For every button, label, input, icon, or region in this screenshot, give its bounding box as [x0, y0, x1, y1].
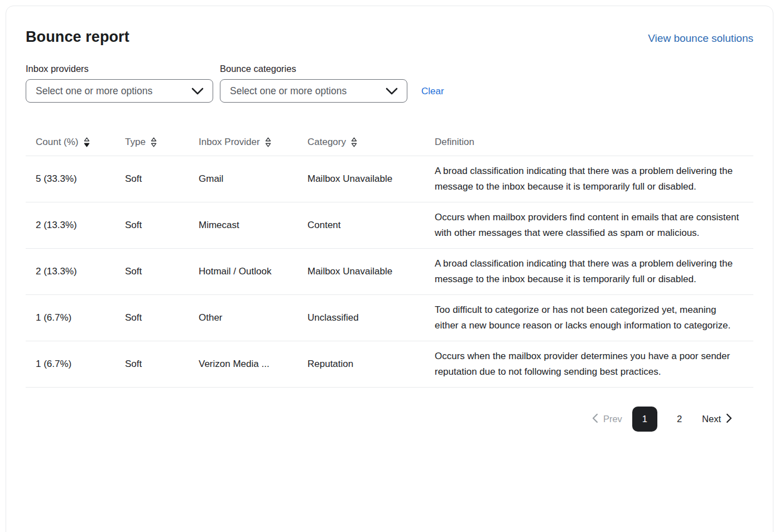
inbox-providers-placeholder: Select one or more options — [36, 85, 152, 97]
filters-bar: Inbox providers Select one or more optio… — [26, 64, 753, 103]
cell-definition: Occurs when the mailbox provider determi… — [425, 341, 753, 388]
column-label: Count (%) — [36, 137, 79, 148]
cell-category: Mailbox Unavailable — [297, 156, 425, 202]
column-header-count: Count (%) — [26, 133, 115, 156]
cell-definition: A broad classification indicating that t… — [425, 249, 753, 295]
cell-count: 2 (13.3%) — [26, 202, 115, 249]
next-label: Next — [702, 414, 721, 424]
bounce-table: Count (%) Type — [26, 133, 753, 388]
column-label: Inbox Provider — [199, 137, 260, 148]
sort-control-type[interactable]: Type — [125, 137, 157, 148]
chevron-right-icon — [726, 413, 732, 425]
pagination: Prev 1 2 Next — [26, 407, 732, 432]
column-header-type: Type — [115, 133, 189, 156]
cell-inbox-provider: Hotmail / Outlook — [189, 249, 297, 295]
cell-type: Soft — [115, 249, 189, 295]
sort-icon — [351, 137, 357, 147]
cell-definition: A broad classification indicating that t… — [425, 156, 753, 202]
cell-count: 2 (13.3%) — [26, 249, 115, 295]
cell-inbox-provider: Gmail — [189, 156, 297, 202]
table-row: 5 (33.3%) Soft Gmail Mailbox Unavailable… — [26, 156, 753, 202]
prev-page-button[interactable]: Prev — [592, 413, 622, 425]
bounce-categories-placeholder: Select one or more options — [230, 85, 347, 97]
cell-count: 1 (6.7%) — [26, 341, 115, 388]
page-button-2[interactable]: 2 — [672, 409, 686, 429]
clear-filters-link[interactable]: Clear — [421, 86, 444, 97]
cell-type: Soft — [115, 341, 189, 388]
next-page-button[interactable]: Next — [702, 413, 732, 425]
cell-definition: Too difficult to categorize or has not b… — [425, 295, 753, 341]
bounce-categories-label: Bounce categories — [220, 64, 407, 74]
table-row: 2 (13.3%) Soft Hotmail / Outlook Mailbox… — [26, 249, 753, 295]
column-header-category: Category — [297, 133, 425, 156]
bounce-categories-filter: Bounce categories Select one or more opt… — [220, 64, 407, 103]
inbox-providers-select[interactable]: Select one or more options — [26, 79, 213, 103]
bounce-report-card: Bounce report View bounce solutions Inbo… — [6, 6, 773, 532]
cell-definition: Occurs when mailbox providers find conte… — [425, 202, 753, 249]
prev-label: Prev — [603, 414, 622, 424]
table-header-row: Count (%) Type — [26, 133, 753, 156]
page-button-1[interactable]: 1 — [632, 407, 657, 432]
column-header-definition: Definition — [425, 133, 753, 156]
inbox-providers-filter: Inbox providers Select one or more optio… — [26, 64, 213, 103]
column-label: Definition — [435, 137, 474, 147]
cell-inbox-provider: Mimecast — [189, 202, 297, 249]
cell-count: 5 (33.3%) — [26, 156, 115, 202]
inbox-providers-label: Inbox providers — [26, 64, 213, 74]
cell-category: Unclassified — [297, 295, 425, 341]
cell-category: Reputation — [297, 341, 425, 388]
sort-control-category[interactable]: Category — [307, 137, 357, 148]
view-bounce-solutions-link[interactable]: View bounce solutions — [648, 32, 753, 45]
chevron-down-icon — [386, 88, 398, 95]
chevron-down-icon — [191, 88, 204, 95]
card-header: Bounce report View bounce solutions — [26, 28, 753, 46]
bounce-categories-select[interactable]: Select one or more options — [220, 79, 407, 103]
sort-desc-icon — [84, 137, 90, 147]
chevron-left-icon — [592, 413, 598, 425]
column-header-inbox-provider: Inbox Provider — [189, 133, 297, 156]
cell-category: Mailbox Unavailable — [297, 249, 425, 295]
table-row: 2 (13.3%) Soft Mimecast Content Occurs w… — [26, 202, 753, 249]
cell-type: Soft — [115, 202, 189, 249]
cell-type: Soft — [115, 295, 189, 341]
cell-type: Soft — [115, 156, 189, 202]
sort-icon — [265, 137, 271, 147]
cell-category: Content — [297, 202, 425, 249]
sort-control-count[interactable]: Count (%) — [36, 137, 90, 148]
column-label: Category — [307, 137, 346, 148]
table-row: 1 (6.7%) Soft Verizon Media ... Reputati… — [26, 341, 753, 388]
table-row: 1 (6.7%) Soft Other Unclassified Too dif… — [26, 295, 753, 341]
page-title: Bounce report — [26, 28, 129, 46]
sort-control-inbox-provider[interactable]: Inbox Provider — [199, 137, 271, 148]
sort-icon — [151, 137, 157, 147]
cell-inbox-provider: Other — [189, 295, 297, 341]
cell-count: 1 (6.7%) — [26, 295, 115, 341]
cell-inbox-provider: Verizon Media ... — [189, 341, 297, 388]
column-label: Type — [125, 137, 146, 148]
